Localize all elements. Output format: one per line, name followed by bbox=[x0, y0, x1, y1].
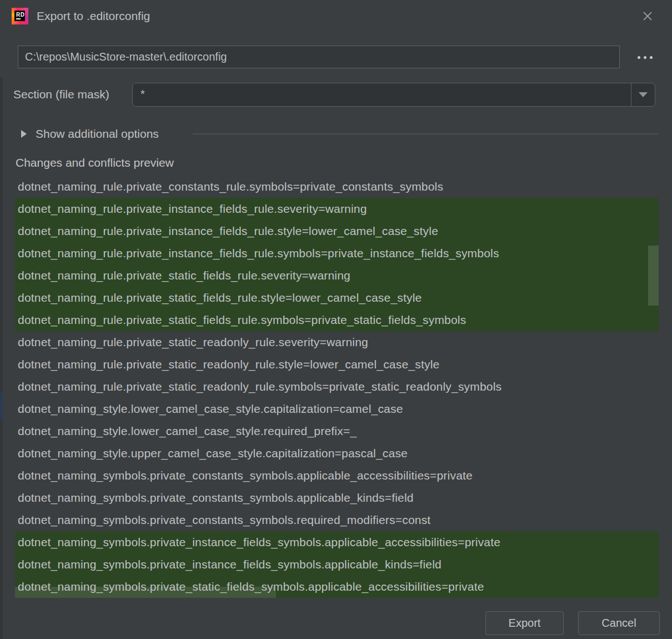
show-additional-options-toggle[interactable]: Show additional options bbox=[21, 127, 159, 141]
browse-button[interactable] bbox=[630, 48, 660, 66]
rider-app-icon: RD bbox=[12, 8, 28, 24]
list-item: dotnet_naming_rule.private_constants_rul… bbox=[15, 176, 659, 198]
close-icon bbox=[640, 8, 655, 24]
cancel-button[interactable]: Cancel bbox=[578, 611, 660, 635]
list-item-text: dotnet_naming_style.lower_camel_case_sty… bbox=[18, 425, 357, 438]
dialog-title: Export to .editorconfig bbox=[37, 9, 150, 23]
list-item-text: dotnet_naming_symbols.private_static_fie… bbox=[18, 580, 484, 593]
chevron-down-icon bbox=[639, 92, 648, 97]
list-item: dotnet_naming_rule.private_static_fields… bbox=[15, 264, 659, 287]
export-button[interactable]: Export bbox=[485, 611, 564, 635]
window-edge bbox=[0, 78, 3, 639]
rider-app-icon-underscore bbox=[16, 18, 21, 19]
rider-app-icon-inner: RD bbox=[14, 11, 25, 21]
close-button[interactable] bbox=[636, 6, 659, 26]
list-item-text: dotnet_naming_rule.private_static_fields… bbox=[18, 313, 466, 327]
list-item-text: dotnet_naming_rule.private_instance_fiel… bbox=[18, 247, 499, 260]
list-item-text: dotnet_naming_rule.private_static_readon… bbox=[18, 358, 439, 371]
section-mask-label: Section (file mask) bbox=[13, 88, 109, 101]
list-item: dotnet_naming_rule.private_instance_fiel… bbox=[15, 242, 659, 264]
separator-line bbox=[193, 133, 659, 134]
list-item-text: dotnet_naming_rule.private_instance_fiel… bbox=[18, 202, 367, 216]
list-item: dotnet_naming_rule.private_instance_fiel… bbox=[15, 220, 659, 242]
list-item-text: dotnet_naming_style.lower_camel_case_sty… bbox=[18, 402, 403, 416]
preview-heading: Changes and conflicts preview bbox=[16, 156, 174, 169]
list-item-text: dotnet_naming_symbols.private_instance_f… bbox=[18, 536, 500, 549]
list-item-text: dotnet_naming_rule.private_static_readon… bbox=[18, 336, 368, 349]
list-item-text: dotnet_naming_rule.private_static_fields… bbox=[18, 269, 350, 282]
list-item: dotnet_naming_style.upper_camel_case_sty… bbox=[15, 442, 659, 465]
preview-list: dotnet_naming_rule.private_constants_rul… bbox=[15, 176, 659, 598]
section-mask-combobox[interactable]: * bbox=[132, 83, 655, 107]
list-item-text: dotnet_naming_symbols.private_constants_… bbox=[18, 491, 414, 505]
list-item-text: dotnet_naming_symbols.private_instance_f… bbox=[18, 558, 442, 571]
list-item-text: dotnet_naming_rule.private_constants_rul… bbox=[18, 180, 443, 193]
list-item: dotnet_naming_symbols.private_constants_… bbox=[15, 487, 659, 509]
vertical-scrollbar-thumb[interactable] bbox=[648, 246, 659, 306]
ellipsis-icon bbox=[638, 56, 640, 59]
list-item-text: dotnet_naming_symbols.private_constants_… bbox=[18, 513, 430, 527]
list-item-text: dotnet_naming_rule.private_instance_fiel… bbox=[18, 224, 438, 238]
background-accent-strip bbox=[0, 393, 3, 420]
list-item: dotnet_naming_rule.private_static_readon… bbox=[15, 331, 659, 353]
list-item: dotnet_naming_rule.private_static_fields… bbox=[15, 309, 659, 331]
list-item-text: dotnet_naming_style.upper_camel_case_sty… bbox=[18, 447, 408, 460]
list-item: dotnet_naming_rule.private_static_readon… bbox=[15, 353, 659, 376]
show-additional-options-label: Show additional options bbox=[36, 127, 159, 141]
export-dialog: RD Export to .editorconfig Section (file… bbox=[0, 0, 672, 639]
list-item: dotnet_naming_symbols.private_constants_… bbox=[15, 465, 659, 487]
list-item: dotnet_naming_rule.private_instance_fiel… bbox=[15, 198, 659, 220]
list-item-text: dotnet_naming_symbols.private_constants_… bbox=[18, 469, 473, 482]
combobox-dropdown-button[interactable] bbox=[631, 83, 655, 106]
combobox-value: * bbox=[141, 88, 145, 101]
list-item: dotnet_naming_rule.private_static_fields… bbox=[15, 287, 659, 309]
list-item: dotnet_naming_rule.private_static_readon… bbox=[15, 376, 659, 398]
file-path-input[interactable] bbox=[18, 46, 620, 68]
list-item: dotnet_naming_style.lower_camel_case_sty… bbox=[15, 398, 659, 420]
list-item: dotnet_naming_symbols.private_instance_f… bbox=[15, 531, 659, 553]
ellipsis-icon bbox=[650, 56, 653, 59]
list-item: dotnet_naming_symbols.private_instance_f… bbox=[15, 553, 659, 576]
list-item-text: dotnet_naming_rule.private_static_readon… bbox=[18, 380, 502, 393]
rider-app-icon-label: RD bbox=[16, 12, 24, 18]
ellipsis-icon bbox=[644, 56, 646, 59]
chevron-right-icon bbox=[21, 130, 27, 138]
list-item: dotnet_naming_symbols.private_constants_… bbox=[15, 509, 659, 531]
list-item-text: dotnet_naming_rule.private_static_fields… bbox=[18, 291, 422, 304]
list-item: dotnet_naming_style.lower_camel_case_sty… bbox=[15, 420, 659, 442]
